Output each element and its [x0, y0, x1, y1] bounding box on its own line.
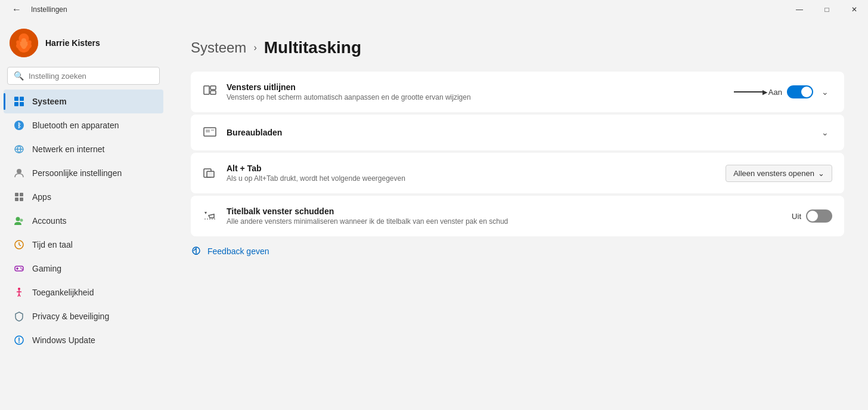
page-header: Systeem › Multitasking: [191, 38, 844, 57]
toegankelijkheid-icon: [13, 286, 25, 298]
sidebar: Harrie Kisters 🔍 Systeem ᛒ Bluetooth en …: [0, 19, 167, 410]
svg-point-22: [21, 269, 23, 270]
svg-rect-11: [15, 198, 18, 201]
breadcrumb[interactable]: Systeem: [191, 39, 246, 56]
arrow-indicator: ▶: [734, 91, 764, 93]
search-box[interactable]: 🔍: [7, 67, 160, 85]
update-icon: [13, 334, 25, 346]
breadcrumb-arrow: ›: [253, 42, 256, 53]
systeem-icon: [13, 95, 25, 107]
svg-line-17: [19, 245, 21, 246]
user-name: Harrie Kisters: [45, 38, 100, 48]
svg-rect-10: [20, 193, 23, 196]
window-controls: — □ ✕: [786, 0, 868, 19]
svg-rect-30: [210, 86, 216, 90]
sidebar-item-toegankelijkheid[interactable]: Toegankelijkheid: [4, 280, 163, 304]
close-button[interactable]: ✕: [841, 0, 868, 19]
svg-rect-3: [14, 102, 18, 106]
svg-line-27: [19, 294, 20, 297]
back-button[interactable]: ←: [7, 2, 26, 17]
sidebar-item-privacy[interactable]: Privacy & beveiliging: [4, 304, 163, 328]
alt-tab-dropdown-value: Alleen vensters openen: [733, 169, 814, 178]
sidebar-item-persoonlijk[interactable]: Persoonlijke instellingen: [4, 161, 163, 185]
page-title: Multitasking: [264, 38, 361, 57]
bureaubladen-row[interactable]: Bureaubladen ⌄: [191, 115, 844, 150]
bureaubladen-text: Bureaubladen: [227, 128, 808, 137]
sidebar-item-netwerk[interactable]: Netwerk en internet: [4, 137, 163, 161]
feedback-icon: [191, 246, 202, 257]
bureaubladen-chevron[interactable]: ⌄: [818, 125, 832, 140]
bureaubladen-control: ⌄: [818, 125, 832, 140]
alt-tab-label: Alt + Tab: [227, 164, 716, 173]
sidebar-item-bluetooth[interactable]: ᛒ Bluetooth en apparaten: [4, 113, 163, 137]
sidebar-label-toegankelijkheid: Toegankelijkheid: [32, 288, 94, 297]
vensters-uitlijnen-card: Vensters uitlijnen Vensters op het scher…: [191, 72, 844, 112]
persoonlijk-icon: [13, 167, 25, 179]
titelbalk-text: Titelbalk venster schudden Alle andere v…: [227, 206, 782, 226]
privacy-icon: [13, 310, 25, 322]
search-input[interactable]: [29, 72, 153, 81]
sidebar-label-persoonlijk: Persoonlijke instellingen: [32, 168, 122, 178]
user-section[interactable]: Harrie Kisters: [0, 19, 167, 67]
sidebar-label-privacy: Privacy & beveiliging: [32, 312, 109, 321]
alt-tab-text: Alt + Tab Als u op Alt+Tab drukt, wordt …: [227, 164, 716, 183]
svg-rect-36: [207, 171, 214, 177]
sidebar-item-update[interactable]: Windows Update: [4, 328, 163, 352]
apps-icon: [13, 191, 25, 203]
gaming-icon: [13, 263, 25, 275]
sidebar-item-tijd[interactable]: Tijd en taal: [4, 233, 163, 257]
alt-tab-desc: Als u op Alt+Tab drukt, wordt het volgen…: [227, 174, 716, 183]
svg-point-8: [17, 169, 21, 174]
vensters-chevron[interactable]: ⌄: [818, 85, 832, 99]
titelbalk-toggle[interactable]: [806, 209, 832, 223]
feedback-link[interactable]: Feedback geven: [191, 239, 844, 264]
sidebar-label-accounts: Accounts: [32, 216, 67, 226]
svg-rect-31: [210, 91, 216, 94]
svg-rect-34: [211, 130, 214, 131]
netwerk-icon: [13, 143, 25, 155]
sidebar-label-bluetooth: Bluetooth en apparaten: [32, 121, 119, 130]
sidebar-label-gaming: Gaming: [32, 264, 61, 273]
feedback-label: Feedback geven: [207, 246, 269, 256]
sidebar-label-systeem: Systeem: [32, 97, 67, 106]
vensters-desc: Vensters op het scherm automatisch aanpa…: [227, 93, 724, 101]
vensters-toggle[interactable]: [787, 85, 813, 98]
alt-tab-dropdown[interactable]: Alleen vensters openen ⌄: [726, 165, 832, 182]
titelbalk-card: Titelbalk venster schudden Alle andere v…: [191, 196, 844, 236]
svg-rect-4: [20, 102, 24, 106]
titelbalk-state-label: Uit: [792, 212, 801, 221]
svg-point-14: [20, 219, 23, 222]
svg-point-21: [20, 267, 21, 269]
alt-tab-card: Alt + Tab Als u op Alt+Tab drukt, wordt …: [191, 153, 844, 193]
sidebar-item-apps[interactable]: Apps: [4, 185, 163, 209]
maximize-button[interactable]: □: [813, 0, 841, 19]
avatar: [10, 29, 38, 57]
sidebar-label-apps: Apps: [32, 192, 51, 202]
svg-point-23: [18, 288, 20, 290]
svg-rect-2: [20, 97, 24, 101]
sidebar-label-netwerk: Netwerk en internet: [32, 144, 104, 154]
svg-rect-29: [204, 86, 209, 94]
sidebar-item-accounts[interactable]: Accounts: [4, 209, 163, 233]
sidebar-label-tijd: Tijd en taal: [32, 240, 73, 249]
bureaubladen-card: Bureaubladen ⌄: [191, 115, 844, 150]
vensters-icon: [203, 85, 217, 99]
titelbalk-desc: Alle andere vensters minimaliseren wanne…: [227, 217, 782, 226]
svg-rect-12: [20, 198, 23, 201]
minimize-button[interactable]: —: [786, 0, 813, 19]
sidebar-item-systeem[interactable]: Systeem: [4, 90, 163, 113]
vensters-text: Vensters uitlijnen Vensters op het scher…: [227, 82, 724, 101]
alt-tab-row: Alt + Tab Als u op Alt+Tab drukt, wordt …: [191, 153, 844, 193]
svg-rect-33: [206, 130, 210, 132]
tijd-icon: [13, 239, 25, 251]
main-panel: Systeem › Multitasking Vensters uitlijne…: [167, 19, 868, 410]
sidebar-item-gaming[interactable]: Gaming: [4, 257, 163, 280]
svg-text:ᛒ: ᛒ: [17, 122, 21, 129]
titelbalk-row: Titelbalk venster schudden Alle andere v…: [191, 196, 844, 236]
svg-rect-1: [14, 97, 18, 101]
bluetooth-icon: ᛒ: [13, 119, 25, 131]
alt-tab-icon: [203, 166, 217, 180]
bureaubladen-icon: [203, 125, 217, 140]
sidebar-label-update: Windows Update: [32, 335, 95, 345]
svg-rect-9: [15, 193, 18, 196]
